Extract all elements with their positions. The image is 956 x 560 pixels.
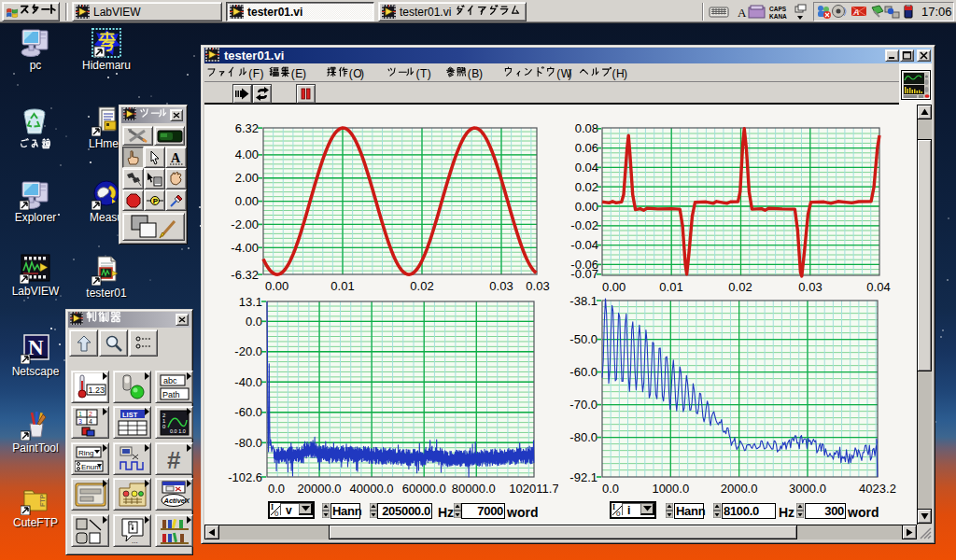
svg-text:F: F — [253, 67, 260, 80]
svg-text:-2.00: -2.00 — [231, 217, 259, 231]
svg-text:0.0: 0.0 — [602, 482, 619, 496]
svg-text:A: A — [171, 151, 181, 165]
svg-text:0.00: 0.00 — [575, 200, 598, 214]
svg-text:P: P — [152, 197, 158, 205]
svg-text:4.00: 4.00 — [235, 147, 259, 161]
svg-text:60000.0: 60000.0 — [402, 482, 446, 496]
svg-text:(: ( — [612, 67, 616, 80]
svg-text:A: A — [738, 6, 747, 20]
svg-text:-0.07: -0.07 — [570, 267, 598, 281]
svg-text:): ) — [360, 67, 364, 80]
svg-text:3: 3 — [78, 418, 82, 425]
svg-text:#: # — [167, 446, 181, 473]
svg-text:1: 1 — [78, 411, 82, 417]
svg-text:-60.0: -60.0 — [569, 365, 598, 379]
svg-text:-80.0: -80.0 — [569, 430, 598, 444]
svg-text:0.0: 0.0 — [246, 315, 262, 329]
svg-text:4023.2: 4023.2 — [859, 482, 896, 496]
svg-text:-92.1: -92.1 — [569, 470, 598, 484]
svg-text:1.23: 1.23 — [88, 385, 105, 395]
svg-text:Ring: Ring — [78, 448, 93, 456]
svg-text:(: ( — [248, 67, 252, 80]
svg-text:...: ... — [132, 537, 138, 545]
svg-text:-4.00: -4.00 — [231, 241, 259, 255]
svg-text:): ) — [569, 67, 572, 80]
svg-text:40000.0: 40000.0 — [350, 482, 394, 496]
svg-text:Enum: Enum — [81, 462, 101, 470]
svg-text:LIST: LIST — [122, 410, 138, 418]
svg-text:I: I — [271, 503, 274, 511]
svg-text:(: ( — [349, 67, 353, 80]
svg-text:-20.0: -20.0 — [234, 344, 262, 358]
svg-text:(: ( — [291, 67, 295, 80]
svg-text:20000.0: 20000.0 — [298, 482, 342, 496]
svg-text:): ) — [260, 67, 264, 80]
svg-text:-80.0: -80.0 — [234, 436, 262, 450]
svg-text:-40.0: -40.0 — [234, 375, 262, 389]
svg-text:I: I — [612, 503, 615, 511]
svg-text:T: T — [420, 67, 428, 80]
svg-text:1000.0: 1000.0 — [652, 482, 689, 496]
svg-text:0.08: 0.08 — [575, 121, 598, 135]
svg-text:4: 4 — [89, 418, 92, 425]
svg-text:0.06: 0.06 — [575, 141, 598, 155]
svg-text:-102.6: -102.6 — [228, 470, 262, 484]
svg-text:-70.0: -70.0 — [569, 398, 598, 412]
svg-text:(: ( — [468, 67, 471, 80]
svg-text:E: E — [295, 67, 302, 80]
svg-text:(: ( — [556, 67, 560, 80]
svg-text:0.0 1.0: 0.0 1.0 — [170, 428, 186, 434]
svg-text:KANA: KANA — [769, 13, 787, 20]
svg-text:FTP: FTP — [39, 494, 46, 507]
svg-text:3000.0: 3000.0 — [789, 482, 826, 496]
svg-text:2000.0: 2000.0 — [721, 482, 758, 496]
svg-text:B: B — [471, 67, 479, 80]
svg-text:-60.0: -60.0 — [234, 405, 262, 419]
svg-text:-6.32: -6.32 — [231, 268, 259, 282]
svg-text:-38.1: -38.1 — [569, 294, 598, 308]
svg-text:Path: Path — [162, 389, 180, 399]
svg-text:0.0: 0.0 — [268, 482, 285, 496]
svg-text:): ) — [428, 67, 431, 80]
svg-text:2.00: 2.00 — [235, 171, 259, 185]
svg-text:0.04: 0.04 — [575, 161, 598, 175]
svg-text:): ) — [479, 67, 483, 80]
svg-text:80000.0: 80000.0 — [452, 482, 496, 496]
svg-text:0.02: 0.02 — [575, 180, 598, 194]
svg-text:(: ( — [416, 67, 420, 80]
svg-text:): ) — [302, 67, 306, 80]
svg-text:-0.02: -0.02 — [570, 218, 598, 232]
svg-text:6.32: 6.32 — [235, 121, 259, 135]
svg-text:abc: abc — [163, 376, 177, 385]
svg-text:2: 2 — [89, 411, 92, 417]
svg-text:0.00: 0.00 — [235, 194, 259, 208]
svg-text:-50.0: -50.0 — [569, 332, 598, 346]
svg-text:13.1: 13.1 — [239, 295, 262, 309]
svg-text:ActiveX: ActiveX — [162, 497, 190, 505]
svg-text:): ) — [624, 67, 627, 80]
svg-text:CAPS: CAPS — [769, 6, 787, 12]
svg-text:-0.04: -0.04 — [570, 238, 598, 252]
